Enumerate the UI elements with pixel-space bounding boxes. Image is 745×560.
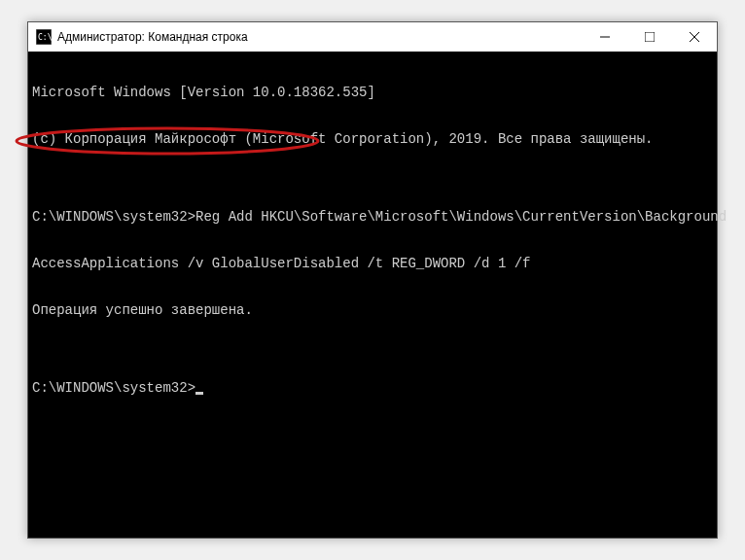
console-line: C:\WINDOWS\system32>Reg Add HKCU\Softwar… [32,209,713,225]
console-line: Microsoft Windows [Version 10.0.18362.53… [32,85,713,100]
close-button[interactable] [672,22,717,52]
svg-rect-3 [645,32,655,42]
window-controls [583,22,717,52]
cmd-window: C:\ Администратор: Командная строка Micr… [27,21,718,539]
minimize-button[interactable] [583,22,627,52]
cursor-icon [195,392,203,395]
titlebar[interactable]: C:\ Администратор: Командная строка [28,22,717,52]
cmd-icon: C:\ [36,29,52,45]
console-prompt: C:\WINDOWS\system32> [32,380,195,396]
console-output[interactable]: Microsoft Windows [Version 10.0.18362.53… [28,52,717,429]
svg-text:C:\: C:\ [38,33,52,42]
console-line: (c) Корпорация Майкрософт (Microsoft Cor… [32,131,713,147]
console-success-line: Операция успешно завершена. [32,302,713,318]
window-title: Администратор: Командная строка [57,30,583,44]
console-prompt-line: C:\WINDOWS\system32> [32,380,713,396]
maximize-button[interactable] [627,22,672,52]
console-line: AccessApplications /v GlobalUserDisabled… [32,256,713,271]
